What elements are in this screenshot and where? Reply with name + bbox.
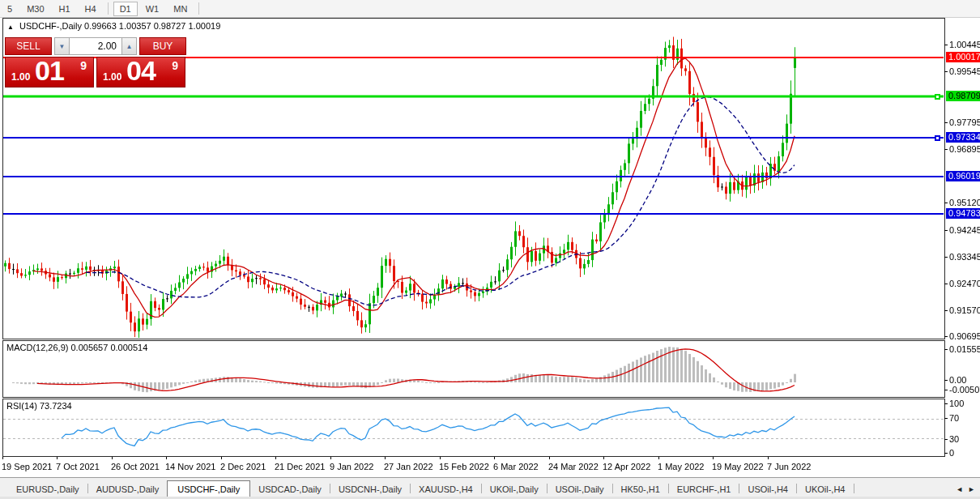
- price-tag-support-blue1: 0.97334: [946, 132, 980, 143]
- tab-audusd-daily[interactable]: AUDUSD-,Daily: [88, 481, 168, 497]
- buy-price-tile[interactable]: 1.00 04 9: [96, 57, 185, 87]
- volume-decrease-button[interactable]: ▼: [54, 37, 70, 55]
- tab-eurchf-h1[interactable]: EURCHF-,H1: [669, 481, 739, 497]
- price-tick: 0.91570: [949, 305, 980, 315]
- tabs-scroll-left-icon[interactable]: ◄: [956, 485, 968, 497]
- date-label: 7 Jun 2022: [767, 462, 811, 471]
- chart-title: ▲ USDCHF-,Daily 0.99663 1.00357 0.98727 …: [7, 21, 220, 31]
- price-tick: 1.00445: [949, 40, 980, 49]
- date-label: 12 Apr 2022: [603, 462, 650, 471]
- date-label: 2 Dec 2021: [220, 462, 266, 471]
- date-label: 14 Nov 2021: [165, 462, 215, 471]
- tab-xauusd-h4[interactable]: XAUUSD-,H4: [411, 481, 481, 497]
- buy-price-prefix: 1.00: [103, 71, 121, 83]
- date-label: 19 May 2022: [712, 462, 764, 471]
- tab-eurusd-daily[interactable]: EURUSD-,Daily: [8, 481, 87, 497]
- sell-price-big: 01: [35, 57, 64, 87]
- macd-tick: -0.005075: [949, 385, 980, 395]
- volume-increase-button[interactable]: ▲: [121, 37, 137, 55]
- price-tick: 0.95120: [949, 198, 980, 207]
- spin-down-icon: ▼: [59, 43, 66, 50]
- sell-button[interactable]: SELL: [5, 37, 52, 55]
- toolbar-separator: [108, 2, 109, 15]
- price-tick: 0.93345: [949, 252, 980, 262]
- macd-indicator-label: MACD(12,26,9) 0.005657 0.000514: [6, 343, 147, 352]
- rsi-tick: 70: [949, 413, 959, 423]
- tab-separator: [854, 484, 854, 493]
- rsi-tick: 30: [949, 434, 959, 444]
- buy-price-pip: 9: [172, 59, 178, 72]
- price-tag-resistance: 1.00017: [946, 52, 980, 62]
- date-label: 19 Sep 2021: [2, 462, 52, 471]
- tab-usoil-h4[interactable]: USOil-,H4: [739, 481, 796, 497]
- buy-button[interactable]: BUY: [139, 37, 186, 55]
- tabs-scroll-right-icon[interactable]: ►: [968, 485, 980, 497]
- tab-usdcnh-daily[interactable]: USDCNH-,Daily: [330, 481, 410, 497]
- timeframe-mn-button[interactable]: MN: [167, 2, 194, 16]
- timeframe-h1-button[interactable]: H1: [53, 2, 77, 16]
- tab-usdcad-daily[interactable]: USDCAD-,Daily: [250, 481, 330, 497]
- price-tick: 0.92470: [949, 279, 980, 288]
- spin-up-icon: ▲: [126, 43, 133, 50]
- price-tick: 0.96895: [949, 144, 980, 154]
- date-label: 1 May 2022: [658, 462, 704, 471]
- chart-ohlc-values: 0.99663 1.00357 0.98727 1.00019: [84, 21, 220, 31]
- collapse-triangle-icon[interactable]: ▲: [7, 23, 14, 31]
- date-label: 15 Feb 2022: [439, 462, 489, 471]
- tab-usdchf-daily[interactable]: USDCHF-,Daily: [167, 480, 250, 498]
- timeframe-w1-button[interactable]: W1: [139, 2, 166, 16]
- price-tick: 0.99545: [949, 66, 980, 76]
- timeframe-m30-button[interactable]: M30: [20, 2, 50, 16]
- date-label: 24 Mar 2022: [548, 462, 599, 471]
- timeframe-h4-button[interactable]: H4: [79, 2, 103, 16]
- date-label: 21 Dec 2021: [275, 462, 325, 471]
- sell-price-tile[interactable]: 1.00 01 9: [5, 57, 94, 87]
- price-tag-support-blue2: 0.96019: [946, 171, 980, 181]
- sell-price-prefix: 1.00: [11, 71, 30, 83]
- buy-price-big: 04: [126, 57, 156, 87]
- date-label: 6 Mar 2022: [493, 462, 539, 471]
- price-tick: 0.97795: [949, 117, 980, 127]
- rsi-tick: 100: [949, 399, 964, 408]
- tab-usoil-daily[interactable]: USOil-,Daily: [548, 481, 612, 497]
- sell-price-pip: 9: [80, 59, 87, 72]
- price-tag-support-green: 0.98709: [946, 91, 980, 101]
- rsi-indicator-label: RSI(14) 73.7234: [6, 401, 72, 411]
- volume-input[interactable]: [70, 37, 121, 55]
- price-tick: 0.94245: [949, 225, 980, 235]
- one-click-trade-panel: SELL ▼ ▲ BUY 1.00 01 9 1.00 04 9: [5, 37, 186, 87]
- timeframe-d1-button[interactable]: D1: [113, 2, 138, 16]
- chart-symbol-label: USDCHF-,Daily: [19, 21, 82, 31]
- price-tick: 0.90695: [949, 331, 980, 341]
- macd-tick: 0.01555: [949, 344, 980, 354]
- tab-hk50-h1[interactable]: HK50-,H1: [613, 481, 668, 497]
- terminal-window: 5 M30 H1 H4 D1 W1 MN ▲ USDCHF-,Daily 0.9…: [0, 0, 980, 499]
- rsi-tick: 0: [949, 448, 954, 458]
- date-label: 26 Oct 2021: [111, 462, 160, 471]
- macd-tick: 0.00: [949, 375, 966, 385]
- date-label: 27 Jan 2022: [384, 462, 433, 471]
- price-tag-support-blue3: 0.94783: [946, 208, 980, 219]
- date-label: 7 Oct 2021: [56, 462, 100, 471]
- tab-ukoil-daily[interactable]: UKOil-,Daily: [482, 481, 547, 497]
- toolbar-separator: [198, 2, 199, 15]
- timeframe-toolbar: 5 M30 H1 H4 D1 W1 MN: [0, 0, 980, 18]
- date-label: 9 Jan 2022: [330, 462, 373, 471]
- chart-tab-bar: EURUSD-,Daily AUDUSD-,Daily USDCHF-,Dail…: [0, 477, 980, 497]
- tab-ukoil-h4[interactable]: UKOil-,H4: [797, 481, 854, 497]
- timeframe-m5-button[interactable]: 5: [1, 2, 19, 16]
